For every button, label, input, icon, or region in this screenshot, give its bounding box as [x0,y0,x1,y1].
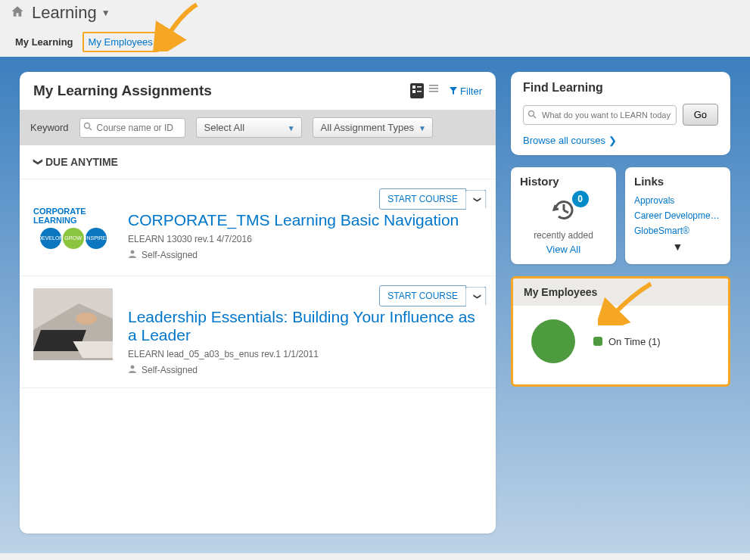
links-more-icon[interactable]: ▼ [634,241,721,253]
svg-rect-5 [429,85,438,86]
view-all-link[interactable]: View All [546,244,580,255]
due-anytime-section[interactable]: ❮ DUE ANYTIME [20,145,496,179]
assignment-title-link[interactable]: CORPORATE_TMS Learning Basic Navigation [128,211,482,229]
assignment-item: Leadership Essentials: Building Your Inf… [20,276,496,388]
link-item[interactable]: Career Developmen... [634,210,721,221]
svg-point-18 [529,110,534,116]
corporate-learning-logo: CORPORATE LEARNING [33,207,113,225]
svg-rect-3 [417,86,422,88]
my-employees-title: My Employees [513,278,728,306]
assignment-meta: ELEARN lead_05_a03_bs_enus rev.1 1/1/201… [128,349,482,359]
assignments-search-bar: Keyword Select All ▼ All Assignment Type… [20,110,496,145]
find-learning-title: Find Learning [523,81,718,95]
find-learning-panel: Find Learning Go Browse all courses ❯ [511,72,730,155]
start-course-button[interactable]: START COURSE [379,285,466,306]
my-employees-panel: My Employees On Time (1) [511,276,730,387]
browse-label: Browse all courses [523,135,605,146]
svg-line-21 [564,210,568,213]
keyword-input[interactable] [79,118,185,138]
history-clock-icon: 0 [549,195,578,227]
assignments-panel: My Learning Assignments Fil [20,72,496,534]
assignment-item: CORPORATE LEARNING DEVELOPGROWINSPIRE CO… [20,179,496,276]
svg-line-19 [534,116,536,118]
history-text: recently added [534,230,593,241]
view-card-icon[interactable] [410,83,424,98]
due-anytime-label: DUE ANYTIME [45,156,118,168]
history-badge: 0 [572,191,589,207]
svg-point-17 [131,366,135,369]
svg-rect-4 [417,91,422,92]
link-item[interactable]: Approvals [634,195,721,206]
select-all-dropdown[interactable]: Select All ▼ [196,117,302,138]
link-item[interactable]: GlobeSmart® [634,226,721,236]
assignment-thumbnail [33,288,113,360]
select-all-label: Select All [204,122,244,133]
svg-rect-2 [412,90,415,93]
filter-label: Filter [460,86,482,97]
person-icon [128,364,137,375]
home-icon[interactable] [11,5,24,22]
browse-all-courses-link[interactable]: Browse all courses ❯ [523,135,718,146]
links-title: Links [625,167,730,195]
assignment-assigned: Self-Assigned [142,365,198,375]
view-list-icon[interactable] [428,83,439,98]
search-icon [83,122,92,133]
legend-color-swatch [593,337,602,346]
chevron-right-icon: ❯ [608,135,617,146]
svg-point-11 [131,250,135,254]
tab-my-employees[interactable]: My Employees [82,32,159,52]
svg-rect-6 [429,88,438,89]
start-course-dropdown[interactable]: ❮ [465,287,487,306]
assignment-assigned: Self-Assigned [142,250,198,260]
svg-line-10 [89,128,92,130]
assignment-types-dropdown[interactable]: All Assignment Types ▼ [313,117,433,138]
keyword-label: Keyword [30,122,69,133]
filter-link[interactable]: Filter [450,86,482,97]
assignments-title: My Learning Assignments [33,82,212,99]
funnel-icon [450,87,457,95]
chevron-down-icon: ❮ [32,158,42,166]
find-learning-input[interactable] [523,105,677,125]
assignment-thumbnail: CORPORATE LEARNING DEVELOPGROWINSPIRE [33,191,113,263]
svg-rect-7 [429,91,438,92]
svg-marker-8 [450,87,457,95]
assignment-meta: ELEARN 13030 rev.1 4/7/2016 [128,234,482,244]
legend-on-time[interactable]: On Time (1) [593,336,661,347]
legend-label: On Time (1) [608,336,661,347]
assignment-title-link[interactable]: Leadership Essentials: Building Your Inf… [128,308,482,344]
module-dropdown[interactable]: Learning ▼ [32,3,110,23]
history-panel: History 0 recently added View All [511,167,616,264]
assignment-types-label: All Assignment Types [321,122,414,133]
caret-down-icon: ▼ [288,124,295,132]
start-course-dropdown[interactable]: ❮ [465,190,487,209]
go-button[interactable]: Go [683,104,718,126]
links-panel: Links Approvals Career Developmen... Glo… [625,167,730,264]
start-course-button[interactable]: START COURSE [379,188,466,210]
caret-down-icon: ▼ [101,8,110,18]
caret-down-icon: ▼ [419,124,426,132]
svg-point-16 [76,313,97,325]
corporate-circles-icon: DEVELOPGROWINSPIRE [40,228,107,249]
svg-point-9 [84,123,89,128]
employees-pie-chart [531,319,575,363]
tab-my-learning[interactable]: My Learning [15,36,73,52]
search-icon [527,110,537,121]
person-icon [128,249,137,260]
module-title: Learning [32,3,97,23]
history-title: History [511,167,616,195]
svg-rect-1 [412,86,415,89]
